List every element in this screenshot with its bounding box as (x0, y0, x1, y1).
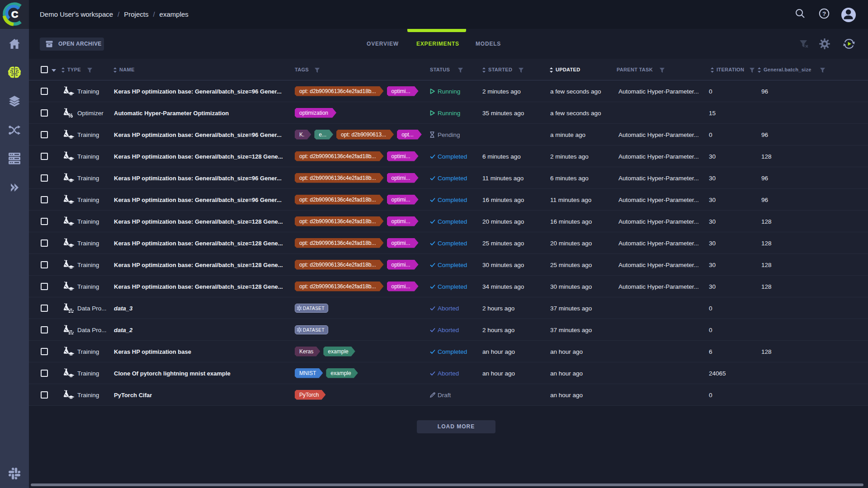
svg-text:C: C (11, 9, 18, 19)
svg-text:?: ? (822, 10, 826, 17)
